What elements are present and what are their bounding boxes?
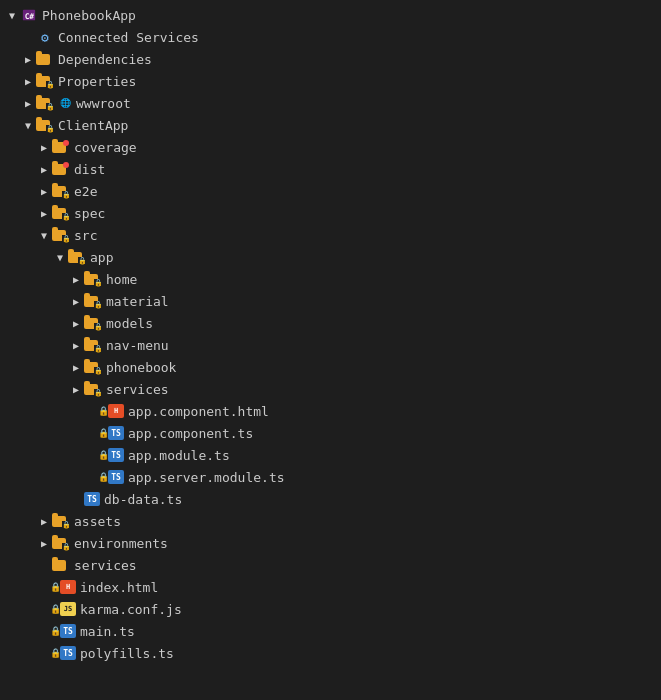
tree-item-karma-conf-js[interactable]: 🔒 JS karma.conf.js [0, 598, 661, 620]
app-server-module-ts-label: app.server.module.ts [128, 470, 285, 485]
app-module-ts-label: app.module.ts [128, 448, 230, 463]
nav-menu-label: nav-menu [106, 338, 169, 353]
nav-menu-folder-icon [84, 337, 102, 353]
coverage-label: coverage [74, 140, 137, 155]
tree-item-phonebook[interactable]: phonebook [0, 356, 661, 378]
models-folder-icon [84, 315, 102, 331]
src-label: src [74, 228, 97, 243]
wwwroot-folder-icon [36, 95, 54, 111]
arrow-phonebook [68, 359, 84, 375]
tree-item-app-component-ts[interactable]: 🔒 TS app.component.ts [0, 422, 661, 444]
tree-item-connected-services[interactable]: ⚙ Connected Services [0, 26, 661, 48]
tree-item-assets[interactable]: assets [0, 510, 661, 532]
arrow-models [68, 315, 84, 331]
arrow-dist [36, 161, 52, 177]
db-data-ts-label: db-data.ts [104, 492, 182, 507]
tree-item-src[interactable]: src [0, 224, 661, 246]
arrow-spec [36, 205, 52, 221]
arrow-home [68, 271, 84, 287]
tree-item-dependencies[interactable]: Dependencies [0, 48, 661, 70]
phonebook-folder-icon [84, 359, 102, 375]
clientapp-label: ClientApp [58, 118, 128, 133]
material-label: material [106, 294, 169, 309]
file-explorer: C# PhonebookApp ⚙ Connected Services Dep… [0, 0, 661, 668]
polyfills-ts-icon: 🔒 TS [52, 646, 76, 660]
tree-item-clientapp[interactable]: ClientApp [0, 114, 661, 136]
tree-item-services-app[interactable]: services [0, 378, 661, 400]
e2e-label: e2e [74, 184, 97, 199]
tree-item-app-component-html[interactable]: 🔒 H app.component.html [0, 400, 661, 422]
connected-services-label: Connected Services [58, 30, 199, 45]
tree-item-root[interactable]: C# PhonebookApp [0, 4, 661, 26]
environments-label: environments [74, 536, 168, 551]
tree-item-db-data-ts[interactable]: TS db-data.ts [0, 488, 661, 510]
project-icon: C# [20, 7, 38, 23]
services-clientapp-folder-icon [52, 557, 70, 573]
properties-label: Properties [58, 74, 136, 89]
tree-item-home[interactable]: home [0, 268, 661, 290]
tree-item-app[interactable]: app [0, 246, 661, 268]
material-folder-icon [84, 293, 102, 309]
wwwroot-label: wwwroot [76, 96, 131, 111]
arrow-assets [36, 513, 52, 529]
services-app-folder-icon [84, 381, 102, 397]
globe-icon: 🌐 [56, 95, 74, 111]
main-ts-icon: 🔒 TS [52, 624, 76, 638]
arrow-none-5 [68, 491, 84, 507]
coverage-folder-icon [52, 139, 70, 155]
phonebook-label: phonebook [106, 360, 176, 375]
dist-folder-icon [52, 161, 70, 177]
connected-services-icon: ⚙ [36, 29, 54, 45]
main-ts-label: main.ts [80, 624, 135, 639]
app-server-module-ts-icon: 🔒 TS [100, 470, 124, 484]
models-label: models [106, 316, 153, 331]
dependencies-folder-icon [36, 51, 54, 67]
app-label: app [90, 250, 113, 265]
arrow-src [36, 227, 52, 243]
arrow-none [20, 29, 36, 45]
spec-label: spec [74, 206, 105, 221]
arrow-environments [36, 535, 52, 551]
app-component-ts-icon: 🔒 TS [100, 426, 124, 440]
src-folder-icon [52, 227, 70, 243]
tree-item-environments[interactable]: environments [0, 532, 661, 554]
tree-item-properties[interactable]: Properties [0, 70, 661, 92]
polyfills-ts-label: polyfills.ts [80, 646, 174, 661]
tree-item-app-module-ts[interactable]: 🔒 TS app.module.ts [0, 444, 661, 466]
tree-item-app-server-module-ts[interactable]: 🔒 TS app.server.module.ts [0, 466, 661, 488]
tree-item-services-clientapp[interactable]: services [0, 554, 661, 576]
tree-item-main-ts[interactable]: 🔒 TS main.ts [0, 620, 661, 642]
tree-item-polyfills-ts[interactable]: 🔒 TS polyfills.ts [0, 642, 661, 664]
arrow-properties [20, 73, 36, 89]
root-label: PhonebookApp [42, 8, 136, 23]
app-component-ts-label: app.component.ts [128, 426, 253, 441]
karma-conf-js-label: karma.conf.js [80, 602, 182, 617]
tree-item-coverage[interactable]: coverage [0, 136, 661, 158]
app-component-html-icon: 🔒 H [100, 404, 124, 418]
index-html-icon: 🔒 H [52, 580, 76, 594]
tree-item-models[interactable]: models [0, 312, 661, 334]
arrow-wwwroot [20, 95, 36, 111]
dist-label: dist [74, 162, 105, 177]
app-component-html-label: app.component.html [128, 404, 269, 419]
tree-item-index-html[interactable]: 🔒 H index.html [0, 576, 661, 598]
arrow-coverage [36, 139, 52, 155]
app-folder-icon [68, 249, 86, 265]
arrow-none-6 [36, 557, 52, 573]
tree-item-wwwroot[interactable]: 🌐 wwwroot [0, 92, 661, 114]
arrow-services-app [68, 381, 84, 397]
tree-item-material[interactable]: material [0, 290, 661, 312]
arrow-material [68, 293, 84, 309]
tree-item-spec[interactable]: spec [0, 202, 661, 224]
properties-folder-icon [36, 73, 54, 89]
index-html-label: index.html [80, 580, 158, 595]
e2e-folder-icon [52, 183, 70, 199]
tree-item-dist[interactable]: dist [0, 158, 661, 180]
tree-item-nav-menu[interactable]: nav-menu [0, 334, 661, 356]
tree-item-e2e[interactable]: e2e [0, 180, 661, 202]
db-data-ts-icon: TS [84, 492, 100, 506]
arrow-root [4, 7, 20, 23]
services-clientapp-label: services [74, 558, 137, 573]
clientapp-folder-icon [36, 117, 54, 133]
services-app-label: services [106, 382, 169, 397]
